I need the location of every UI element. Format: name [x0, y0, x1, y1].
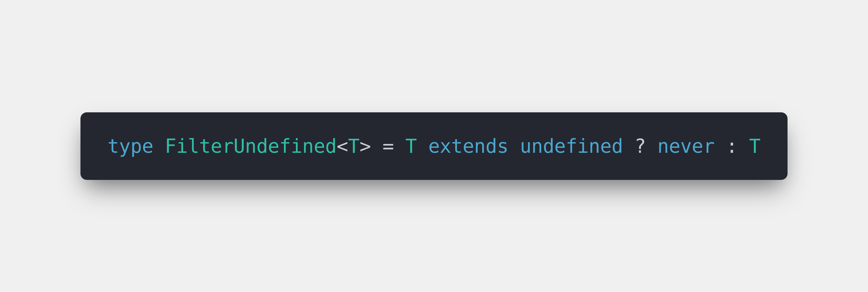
token-generic-param: T — [348, 135, 360, 157]
token-keyword-undefined: undefined — [520, 135, 623, 157]
token-space — [508, 135, 520, 157]
token-keyword-never: never — [657, 135, 715, 157]
token-angle-open: < — [337, 135, 348, 157]
token-space — [153, 135, 165, 157]
token-generic-ref: T — [749, 135, 761, 157]
token-space — [371, 135, 382, 157]
token-keyword-type: type — [107, 135, 153, 157]
token-space — [417, 135, 428, 157]
token-space — [623, 135, 634, 157]
token-angle-close: > — [360, 135, 371, 157]
token-space — [646, 135, 657, 157]
token-colon: : — [726, 135, 738, 157]
token-keyword-extends: extends — [428, 135, 508, 157]
token-type-name: FilterUndefined — [165, 135, 337, 157]
token-space — [738, 135, 749, 157]
token-space — [715, 135, 726, 157]
code-block: type FilterUndefined<T> = T extends unde… — [81, 112, 788, 180]
token-equals: = — [382, 135, 394, 157]
token-question-mark: ? — [634, 135, 646, 157]
token-generic-ref: T — [405, 135, 417, 157]
token-space — [394, 135, 405, 157]
